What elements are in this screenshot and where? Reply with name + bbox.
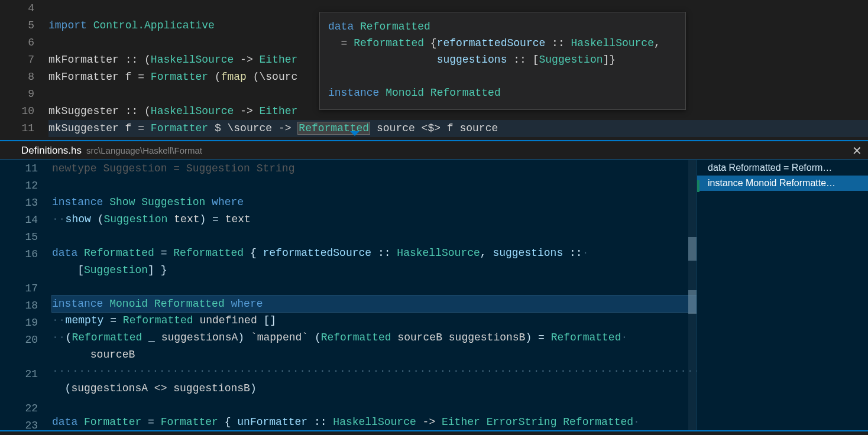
code-line[interactable]: ··show (Suggestion text) = text xyxy=(52,211,697,228)
line-number: 11 xyxy=(0,120,34,137)
line-number: 15 xyxy=(0,229,38,246)
scrollbar-mark xyxy=(688,237,697,261)
code-line[interactable]: ··mempty = Reformatted undefined [] xyxy=(52,312,697,329)
peek-title: Definitions.hs xyxy=(21,145,82,157)
code-line[interactable]: (suggestionsA <> suggestionsB) xyxy=(52,380,697,397)
code-line[interactable]: instance Show Suggestion where xyxy=(52,194,697,211)
peek-path: src\Language\Haskell\Format xyxy=(86,145,202,155)
code-line[interactable]: ··(Reformatted _ suggestionsA) `mappend`… xyxy=(52,329,697,346)
line-number: 17 xyxy=(0,280,38,297)
peek-gutter: 11121314151617181920212223 xyxy=(0,160,45,430)
line-number xyxy=(0,349,38,366)
peek-header: Definitions.hs src\Language\Haskell\Form… xyxy=(0,141,868,160)
line-number: 10 xyxy=(0,103,34,120)
line-number: 8 xyxy=(0,69,34,86)
line-number: 11 xyxy=(0,160,38,177)
line-number: 6 xyxy=(0,34,34,51)
line-number: 13 xyxy=(0,194,38,212)
scrollbar-mark xyxy=(688,290,697,314)
code-line[interactable] xyxy=(52,397,697,414)
line-number: 20 xyxy=(0,332,38,349)
scrollbar[interactable] xyxy=(688,160,697,430)
top-gutter: 4567891011 xyxy=(0,0,41,137)
hover-arrow-icon xyxy=(350,131,359,136)
line-number: 4 xyxy=(0,0,34,17)
peek-body: 11121314151617181920212223 newtype Sugge… xyxy=(0,160,868,431)
hover-tooltip: data Reformatted = Reformatted {reformat… xyxy=(319,12,686,110)
top-editor[interactable]: 4567891011 import Control.Applicative mk… xyxy=(0,0,868,142)
code-line[interactable]: newtype Suggestion = Suggestion String xyxy=(52,160,697,177)
peek-result-item[interactable]: instance Monoid Reformatte… xyxy=(697,176,868,191)
code-line[interactable]: ········································… xyxy=(52,363,697,380)
line-number: 9 xyxy=(0,86,34,103)
code-line[interactable]: mkSuggester f = Formatter $ \source -> R… xyxy=(48,120,868,137)
code-line[interactable]: [Suggestion] } xyxy=(52,262,697,279)
line-number xyxy=(0,263,38,280)
line-number: 23 xyxy=(0,417,38,431)
line-number: 22 xyxy=(0,400,38,417)
code-line[interactable]: sourceB xyxy=(52,346,697,363)
code-line[interactable]: data Formatter = Formatter { unFormatter… xyxy=(52,414,697,431)
line-number: 19 xyxy=(0,314,38,332)
change-indicator-icon xyxy=(697,180,699,192)
line-number: 7 xyxy=(0,51,34,69)
code-line[interactable] xyxy=(52,228,697,245)
peek-code[interactable]: newtype Suggestion = Suggestion String i… xyxy=(52,160,697,430)
peek-result-item[interactable]: data Reformatted = Reform… xyxy=(697,160,868,176)
line-number: 16 xyxy=(0,246,38,263)
close-icon[interactable]: ✕ xyxy=(852,144,862,158)
line-number: 21 xyxy=(0,366,38,383)
code-line[interactable] xyxy=(52,278,697,296)
line-number: 14 xyxy=(0,212,38,229)
peek-result-list: data Reformatted = Reform…instance Monoi… xyxy=(697,160,868,430)
code-line[interactable] xyxy=(52,177,697,194)
line-number: 18 xyxy=(0,297,38,314)
line-number xyxy=(0,383,38,400)
line-number: 12 xyxy=(0,177,38,194)
code-line[interactable]: instance Monoid Reformatted where xyxy=(52,296,697,313)
code-line[interactable]: data Reformatted = Reformatted { reforma… xyxy=(52,245,697,262)
line-number: 5 xyxy=(0,17,34,34)
